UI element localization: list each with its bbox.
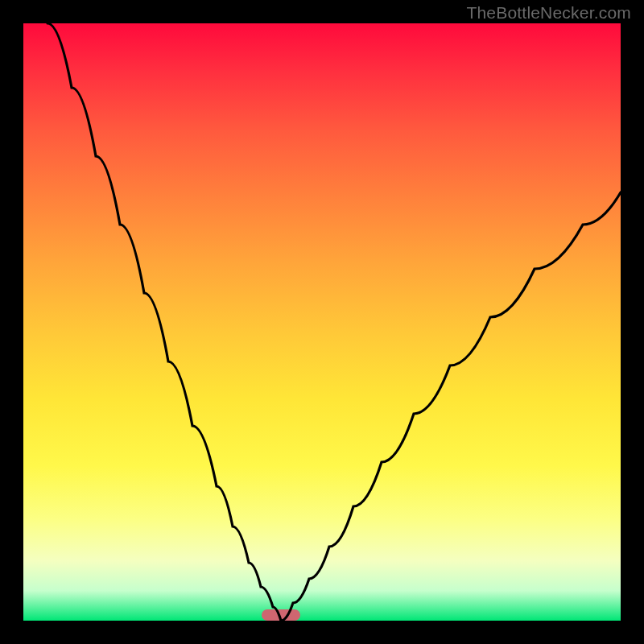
chart-plot-area (23, 23, 621, 621)
watermark-text: TheBottleNecker.com (466, 3, 631, 23)
bottleneck-marker (262, 609, 300, 621)
